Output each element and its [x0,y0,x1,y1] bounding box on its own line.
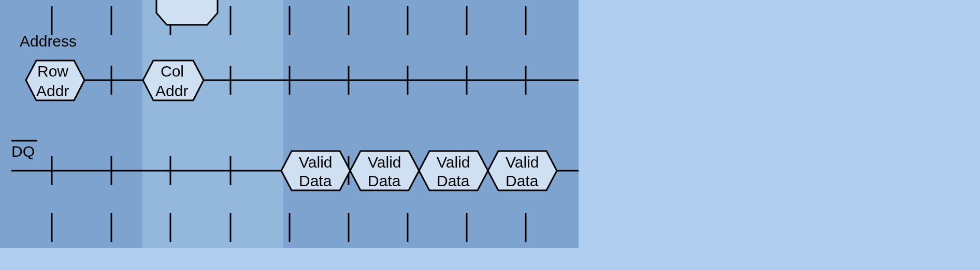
dq-valid-data-l2: Data [368,172,401,189]
dq-valid-data-l2: Data [437,172,470,189]
address-col-addr-l2: Addr [155,82,188,99]
address-row-addr-l2: Addr [36,82,69,99]
dq-valid-data-l1: Valid [299,154,332,171]
command-remnant [156,0,218,25]
dq-valid-data-l1: Valid [506,154,539,171]
timing-diagram: Address Row Addr Col Addr DQ ValidDataVa… [0,0,980,270]
dq-valid-data-l1: Valid [437,154,470,171]
dq-valid-data-l2: Data [506,172,539,189]
address-row-addr-l1: Row [37,63,68,80]
dq-valid-data-l2: Data [299,172,332,189]
dq-valid-data-l1: Valid [368,154,401,171]
signal-label-dq: DQ [11,143,35,160]
address-col-addr-l1: Col [161,63,184,80]
signal-label-address: Address [20,33,77,50]
